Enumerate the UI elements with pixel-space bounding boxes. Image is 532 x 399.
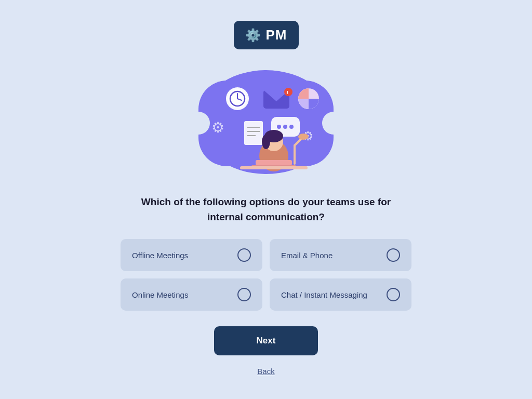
option-chat-im-label: Chat / Instant Messaging: [281, 290, 367, 299]
back-button[interactable]: Back: [257, 367, 274, 376]
option-offline-meetings[interactable]: Offline Meetings: [121, 239, 262, 271]
logo-text: PM: [266, 27, 287, 43]
svg-point-23: [283, 125, 287, 129]
option-email-phone[interactable]: Email & Phone: [270, 239, 411, 271]
option-chat-im[interactable]: Chat / Instant Messaging: [270, 278, 411, 311]
option-offline-meetings-label: Offline Meetings: [132, 251, 188, 260]
option-email-phone-label: Email & Phone: [281, 251, 332, 260]
svg-text:!: !: [287, 90, 288, 95]
svg-point-2: [322, 112, 344, 135]
svg-point-3: [188, 112, 210, 135]
svg-text:⚙: ⚙: [211, 119, 224, 136]
logo-badge: ⚙️ PM: [234, 21, 299, 49]
svg-rect-34: [256, 160, 292, 165]
question-container: Which of the following options do your t…: [131, 195, 401, 224]
svg-point-29: [298, 134, 309, 140]
next-button[interactable]: Next: [214, 326, 318, 355]
svg-rect-17: [244, 121, 263, 145]
actions-container: Next Back: [214, 326, 318, 376]
option-chat-im-radio: [387, 288, 400, 301]
question-text: Which of the following options do your t…: [131, 195, 401, 224]
gear-icon: ⚙️: [245, 28, 261, 43]
svg-point-13: [284, 88, 292, 96]
option-online-meetings-radio: [237, 288, 251, 301]
option-online-meetings-label: Online Meetings: [132, 290, 188, 299]
option-online-meetings[interactable]: Online Meetings: [121, 278, 262, 311]
svg-point-33: [262, 135, 270, 149]
svg-point-22: [277, 125, 281, 129]
svg-point-24: [289, 125, 294, 129]
illustration: ! ⚙ ⚙: [188, 65, 344, 179]
option-email-phone-radio: [387, 248, 400, 262]
option-offline-meetings-radio: [237, 248, 251, 262]
svg-rect-36: [240, 166, 308, 169]
options-grid: Offline Meetings Email & Phone Online Me…: [121, 239, 411, 311]
